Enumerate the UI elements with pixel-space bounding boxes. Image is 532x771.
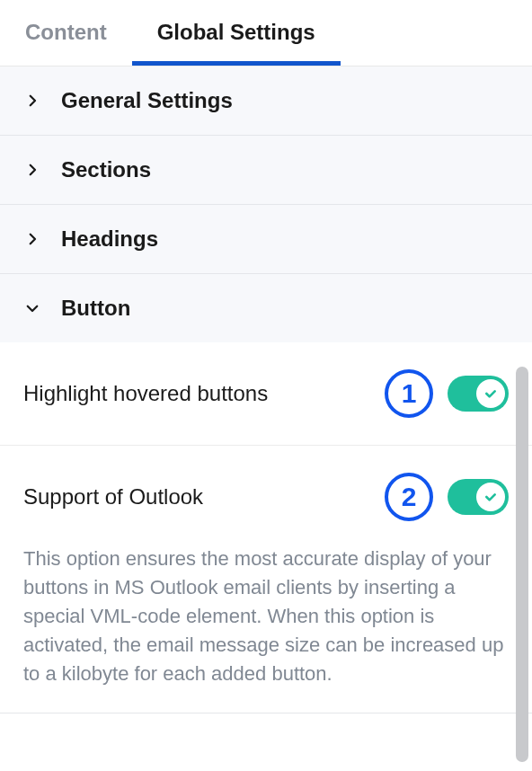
chevron-down-icon <box>23 299 41 317</box>
settings-tabs: Content Global Settings <box>0 0 532 66</box>
settings-accordion: General Settings Sections Headings Butto… <box>0 66 532 713</box>
chevron-right-icon <box>23 92 41 110</box>
accordion-header-headings[interactable]: Headings <box>0 205 532 273</box>
row-right: 2 <box>385 473 509 521</box>
highlight-hovered-toggle[interactable] <box>448 376 509 412</box>
highlight-hovered-label: Highlight hovered buttons <box>23 381 385 406</box>
annotation-badge-1: 1 <box>385 369 433 418</box>
tab-global-settings[interactable]: Global Settings <box>132 0 341 66</box>
scrollbar-track[interactable] <box>516 367 528 762</box>
row-support-outlook: Support of Outlook 2 <box>0 446 532 539</box>
accordion-item-general: General Settings <box>0 66 532 136</box>
accordion-title: Button <box>61 296 130 321</box>
accordion-body-button: Highlight hovered buttons 1 Support of O… <box>0 342 532 713</box>
support-outlook-toggle[interactable] <box>448 479 509 515</box>
accordion-header-button[interactable]: Button <box>0 274 532 342</box>
support-outlook-description: This option ensures the most accurate di… <box>23 545 509 687</box>
accordion-title: General Settings <box>61 88 233 113</box>
accordion-title: Sections <box>61 157 151 182</box>
annotation-badge-2: 2 <box>385 473 433 521</box>
chevron-right-icon <box>23 161 41 179</box>
row-highlight-hovered: Highlight hovered buttons 1 <box>0 342 532 446</box>
accordion-item-sections: Sections <box>0 136 532 205</box>
accordion-title: Headings <box>61 226 158 252</box>
accordion-header-general[interactable]: General Settings <box>0 66 532 135</box>
support-outlook-label: Support of Outlook <box>23 484 385 510</box>
support-outlook-description-block: This option ensures the most accurate di… <box>0 539 532 713</box>
accordion-header-sections[interactable]: Sections <box>0 136 532 204</box>
toggle-knob <box>476 379 505 408</box>
scrollbar-thumb[interactable] <box>516 367 528 762</box>
tab-content[interactable]: Content <box>0 0 132 66</box>
chevron-right-icon <box>23 230 41 248</box>
accordion-item-headings: Headings <box>0 205 532 274</box>
accordion-item-button: Button Highlight hovered buttons 1 Suppo… <box>0 274 532 713</box>
row-right: 1 <box>385 369 509 418</box>
toggle-knob <box>476 483 505 511</box>
